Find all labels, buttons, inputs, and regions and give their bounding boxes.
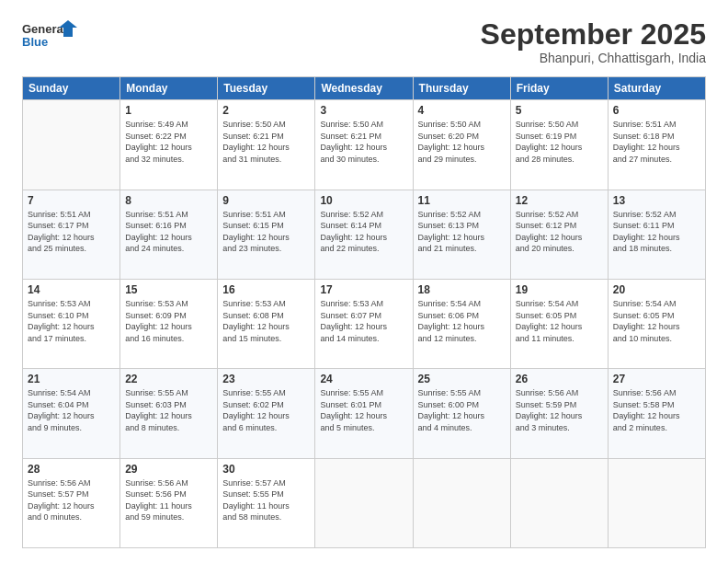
day-number: 8 (125, 194, 212, 207)
calendar-cell: 26Sunrise: 5:56 AM Sunset: 5:59 PM Dayli… (510, 369, 608, 458)
day-number: 20 (613, 283, 700, 296)
weekday-header-wednesday: Wednesday (315, 77, 413, 100)
calendar-cell: 10Sunrise: 5:52 AM Sunset: 6:14 PM Dayli… (315, 190, 413, 279)
day-info: Sunrise: 5:56 AM Sunset: 5:59 PM Dayligh… (516, 387, 603, 433)
day-number: 28 (28, 463, 115, 476)
day-info: Sunrise: 5:51 AM Sunset: 6:16 PM Dayligh… (125, 209, 212, 255)
day-info: Sunrise: 5:52 AM Sunset: 6:11 PM Dayligh… (613, 209, 700, 255)
calendar-cell: 13Sunrise: 5:52 AM Sunset: 6:11 PM Dayli… (608, 190, 705, 279)
subtitle: Bhanpuri, Chhattisgarh, India (481, 51, 706, 65)
day-info: Sunrise: 5:55 AM Sunset: 6:01 PM Dayligh… (320, 387, 407, 433)
day-number: 14 (28, 283, 115, 296)
day-info: Sunrise: 5:50 AM Sunset: 6:20 PM Dayligh… (418, 119, 506, 165)
calendar-cell (413, 458, 510, 547)
day-number: 12 (516, 194, 603, 207)
calendar-cell: 20Sunrise: 5:54 AM Sunset: 6:05 PM Dayli… (608, 279, 705, 368)
day-info: Sunrise: 5:52 AM Sunset: 6:14 PM Dayligh… (320, 209, 407, 255)
day-info: Sunrise: 5:51 AM Sunset: 6:15 PM Dayligh… (222, 209, 310, 255)
weekday-header-tuesday: Tuesday (218, 77, 315, 100)
calendar-cell: 17Sunrise: 5:53 AM Sunset: 6:07 PM Dayli… (315, 279, 413, 368)
calendar-cell (608, 458, 705, 547)
weekday-header-thursday: Thursday (413, 77, 510, 100)
calendar-cell: 4Sunrise: 5:50 AM Sunset: 6:20 PM Daylig… (413, 100, 510, 190)
day-number: 4 (418, 104, 506, 117)
week-row-5: 28Sunrise: 5:56 AM Sunset: 5:57 PM Dayli… (23, 458, 706, 547)
calendar-cell: 1Sunrise: 5:49 AM Sunset: 6:22 PM Daylig… (120, 100, 218, 190)
day-number: 19 (516, 283, 603, 296)
title-block: September 2025 Bhanpuri, Chhattisgarh, I… (481, 18, 706, 65)
day-number: 3 (320, 104, 407, 117)
day-info: Sunrise: 5:54 AM Sunset: 6:04 PM Dayligh… (28, 387, 115, 433)
calendar-cell: 7Sunrise: 5:51 AM Sunset: 6:17 PM Daylig… (23, 190, 120, 279)
month-title: September 2025 (481, 18, 706, 51)
calendar-cell: 21Sunrise: 5:54 AM Sunset: 6:04 PM Dayli… (23, 369, 120, 458)
calendar-cell: 19Sunrise: 5:54 AM Sunset: 6:05 PM Dayli… (510, 279, 608, 368)
day-number: 22 (125, 373, 212, 385)
day-number: 13 (613, 194, 700, 207)
day-info: Sunrise: 5:56 AM Sunset: 5:56 PM Dayligh… (125, 477, 212, 523)
logo: General Blue (22, 18, 77, 52)
calendar-cell (23, 100, 120, 190)
day-info: Sunrise: 5:56 AM Sunset: 5:58 PM Dayligh… (613, 387, 700, 433)
day-info: Sunrise: 5:50 AM Sunset: 6:19 PM Dayligh… (516, 119, 603, 165)
day-number: 29 (125, 463, 212, 476)
day-number: 9 (222, 194, 310, 207)
day-info: Sunrise: 5:50 AM Sunset: 6:21 PM Dayligh… (320, 119, 407, 165)
calendar-cell: 6Sunrise: 5:51 AM Sunset: 6:18 PM Daylig… (608, 100, 705, 190)
week-row-4: 21Sunrise: 5:54 AM Sunset: 6:04 PM Dayli… (23, 369, 706, 458)
day-info: Sunrise: 5:53 AM Sunset: 6:10 PM Dayligh… (28, 298, 115, 344)
day-number: 17 (320, 283, 407, 296)
calendar-cell: 12Sunrise: 5:52 AM Sunset: 6:12 PM Dayli… (510, 190, 608, 279)
day-number: 23 (222, 373, 310, 385)
calendar-cell: 25Sunrise: 5:55 AM Sunset: 6:00 PM Dayli… (413, 369, 510, 458)
calendar-cell: 2Sunrise: 5:50 AM Sunset: 6:21 PM Daylig… (218, 100, 315, 190)
calendar-cell (510, 458, 608, 547)
day-info: Sunrise: 5:55 AM Sunset: 6:02 PM Dayligh… (222, 387, 310, 433)
day-info: Sunrise: 5:50 AM Sunset: 6:21 PM Dayligh… (222, 119, 310, 165)
day-info: Sunrise: 5:51 AM Sunset: 6:18 PM Dayligh… (613, 119, 700, 165)
day-number: 10 (320, 194, 407, 207)
calendar-cell: 22Sunrise: 5:55 AM Sunset: 6:03 PM Dayli… (120, 369, 218, 458)
day-number: 1 (125, 104, 212, 117)
day-number: 27 (613, 373, 700, 385)
day-info: Sunrise: 5:55 AM Sunset: 6:03 PM Dayligh… (125, 387, 212, 433)
day-number: 2 (222, 104, 310, 117)
day-number: 18 (418, 283, 506, 296)
calendar-cell: 23Sunrise: 5:55 AM Sunset: 6:02 PM Dayli… (218, 369, 315, 458)
day-number: 16 (222, 283, 310, 296)
calendar-cell: 15Sunrise: 5:53 AM Sunset: 6:09 PM Dayli… (120, 279, 218, 368)
svg-text:General: General (22, 22, 66, 36)
calendar-cell: 16Sunrise: 5:53 AM Sunset: 6:08 PM Dayli… (218, 279, 315, 368)
weekday-header-saturday: Saturday (608, 77, 705, 100)
day-info: Sunrise: 5:54 AM Sunset: 6:05 PM Dayligh… (613, 298, 700, 344)
calendar-cell: 11Sunrise: 5:52 AM Sunset: 6:13 PM Dayli… (413, 190, 510, 279)
day-number: 15 (125, 283, 212, 296)
day-number: 11 (418, 194, 506, 207)
calendar-cell: 9Sunrise: 5:51 AM Sunset: 6:15 PM Daylig… (218, 190, 315, 279)
calendar-cell: 29Sunrise: 5:56 AM Sunset: 5:56 PM Dayli… (120, 458, 218, 547)
day-info: Sunrise: 5:49 AM Sunset: 6:22 PM Dayligh… (125, 119, 212, 165)
weekday-header-friday: Friday (510, 77, 608, 100)
svg-text:Blue: Blue (22, 35, 48, 49)
day-info: Sunrise: 5:55 AM Sunset: 6:00 PM Dayligh… (418, 387, 506, 433)
calendar-cell: 5Sunrise: 5:50 AM Sunset: 6:19 PM Daylig… (510, 100, 608, 190)
calendar-cell: 30Sunrise: 5:57 AM Sunset: 5:55 PM Dayli… (218, 458, 315, 547)
day-number: 30 (222, 463, 310, 476)
day-number: 26 (516, 373, 603, 385)
logo-svg: General Blue (22, 18, 77, 52)
day-info: Sunrise: 5:54 AM Sunset: 6:05 PM Dayligh… (516, 298, 603, 344)
day-info: Sunrise: 5:57 AM Sunset: 5:55 PM Dayligh… (222, 477, 310, 523)
weekday-header-monday: Monday (120, 77, 218, 100)
day-info: Sunrise: 5:51 AM Sunset: 6:17 PM Dayligh… (28, 209, 115, 255)
day-info: Sunrise: 5:54 AM Sunset: 6:06 PM Dayligh… (418, 298, 506, 344)
weekday-header-sunday: Sunday (23, 77, 120, 100)
day-number: 7 (28, 194, 115, 207)
calendar-cell (315, 458, 413, 547)
day-number: 25 (418, 373, 506, 385)
calendar-cell: 14Sunrise: 5:53 AM Sunset: 6:10 PM Dayli… (23, 279, 120, 368)
day-number: 24 (320, 373, 407, 385)
calendar-cell: 27Sunrise: 5:56 AM Sunset: 5:58 PM Dayli… (608, 369, 705, 458)
day-info: Sunrise: 5:53 AM Sunset: 6:09 PM Dayligh… (125, 298, 212, 344)
day-number: 6 (613, 104, 700, 117)
calendar: SundayMondayTuesdayWednesdayThursdayFrid… (22, 76, 706, 548)
